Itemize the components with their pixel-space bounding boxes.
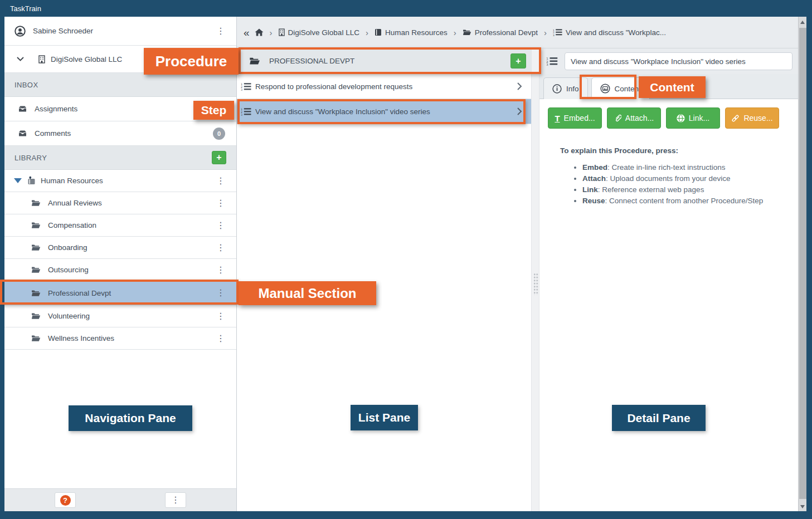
paperclip-icon: [614, 114, 621, 122]
user-menu-icon[interactable]: ⋮: [216, 27, 225, 36]
breadcrumb-item-manual[interactable]: Human Resources: [375, 28, 448, 37]
user-row[interactable]: Sabine Schroeder ⋮: [4, 17, 236, 46]
section-menu-icon[interactable]: ⋮: [216, 266, 225, 275]
user-avatar-icon: [14, 26, 26, 37]
assignments-label: Assignments: [35, 105, 77, 113]
window-scrollbar-thumb[interactable]: [799, 28, 806, 499]
embed-button[interactable]: T Embed...: [548, 107, 602, 129]
window-border-left: [0, 17, 4, 519]
link-button[interactable]: Link...: [666, 107, 720, 129]
scroll-down-icon[interactable]: [800, 505, 805, 508]
breadcrumb-separator: ›: [453, 28, 458, 37]
building-icon: [38, 55, 45, 63]
book-icon: [375, 28, 382, 36]
embed-label: Embed...: [564, 114, 595, 123]
window-scrollbar[interactable]: [798, 17, 806, 511]
window-border-right: [806, 17, 812, 519]
nav-footer-menu-button[interactable]: ⋮: [165, 492, 186, 508]
folder-open-icon: [31, 335, 41, 342]
collapse-nav-icon[interactable]: «: [244, 27, 250, 38]
section-menu-icon[interactable]: ⋮: [216, 199, 225, 208]
folder-open-icon: [463, 29, 471, 36]
add-manual-button[interactable]: +: [212, 151, 226, 164]
annotation-content: Content: [639, 76, 706, 98]
sidebar-item-section[interactable]: Onboarding ⋮: [4, 237, 236, 259]
label-detail-pane: Detail Pane: [612, 405, 706, 431]
help-term: Link: [582, 185, 598, 194]
section-label: Annual Reviews: [48, 199, 102, 207]
annotation-procedure: Procedure: [144, 48, 239, 75]
attach-button[interactable]: Attach...: [607, 107, 661, 129]
numbered-list-icon: 123: [553, 28, 562, 36]
breadcrumb-label: Professional Devpt: [475, 28, 538, 37]
expand-triangle-icon[interactable]: [14, 178, 22, 183]
home-icon[interactable]: [255, 28, 264, 36]
comments-count-badge: 0: [213, 128, 225, 140]
section-menu-icon[interactable]: ⋮: [216, 312, 225, 321]
attach-label: Attach...: [625, 114, 654, 123]
inbox-section-header: INBOX: [4, 73, 236, 97]
help-term: Attach: [582, 174, 606, 183]
comments-label: Comments: [35, 129, 71, 138]
info-icon: [552, 84, 562, 94]
divider-grip-icon: [533, 273, 539, 295]
help-button[interactable]: ?: [55, 492, 76, 508]
breadcrumb-separator: ›: [364, 28, 369, 37]
section-menu-icon[interactable]: ⋮: [216, 221, 225, 230]
library-header-label: LIBRARY: [14, 154, 47, 162]
manual-menu-icon[interactable]: ⋮: [216, 177, 225, 185]
procedure-list-item[interactable]: 123 Respond to professional development …: [237, 74, 531, 99]
help-bullet: Embed: Create in-line rich-text instruct…: [582, 162, 798, 173]
help-desc: : Reference external web pages: [598, 185, 704, 194]
annotation-manual-section: Manual Section: [239, 281, 376, 305]
nav-footer-bar: ? ⋮: [4, 488, 236, 511]
highlight-box-procedure-header: [239, 47, 541, 74]
reuse-button[interactable]: Reuse...: [725, 107, 779, 129]
app-title: TaskTrain: [10, 4, 41, 13]
help-icon: ?: [60, 495, 71, 506]
pane-resize-divider[interactable]: [531, 48, 539, 511]
embed-text-icon: T: [555, 114, 560, 123]
breadcrumb-item-org[interactable]: DigiSolve Global LLC: [279, 28, 359, 37]
sidebar-item-section[interactable]: Wellness Incentives ⋮: [4, 327, 236, 350]
help-desc: : Connect content from another Procedure…: [605, 197, 764, 205]
manual-label: Human Resources: [41, 177, 103, 185]
breadcrumb-item-procedure[interactable]: 123 View and discuss "Workplac...: [553, 28, 666, 37]
content-help-text: To explain this Procedure, press: Embed:…: [560, 146, 798, 207]
numbered-list-icon: 123: [546, 57, 558, 66]
inbox-tray-icon: [18, 130, 27, 137]
svg-text:3: 3: [553, 34, 555, 36]
highlight-box-manual-section-row: [0, 280, 239, 305]
annotation-step: Step: [193, 101, 234, 120]
svg-text:3: 3: [546, 63, 548, 66]
help-bullet: Link: Reference external web pages: [582, 184, 798, 195]
help-term: Reuse: [582, 197, 605, 205]
sidebar-item-section[interactable]: Compensation ⋮: [4, 214, 236, 237]
sidebar-item-manual[interactable]: Human Resources ⋮: [4, 170, 236, 192]
help-desc: : Create in-line rich-text instructions: [607, 163, 726, 172]
section-menu-icon[interactable]: ⋮: [216, 334, 225, 343]
section-label: Wellness Incentives: [48, 334, 114, 342]
title-bar: TaskTrain: [0, 0, 812, 17]
inbox-tray-icon: [18, 105, 27, 112]
inbox-header-label: INBOX: [14, 81, 38, 89]
folder-open-icon: [31, 312, 41, 320]
help-bullet: Reuse: Connect content from another Proc…: [582, 195, 798, 207]
sidebar-item-section[interactable]: Volunteering ⋮: [4, 305, 236, 327]
sidebar-item-comments[interactable]: Comments 0: [4, 121, 236, 146]
svg-text:3: 3: [241, 87, 242, 90]
procedure-title-input[interactable]: [565, 52, 792, 70]
help-bullet: Attach: Upload documents from your devic…: [582, 173, 798, 184]
help-intro: To explain this Procedure, press:: [560, 146, 798, 155]
sidebar-item-section[interactable]: Outsourcing ⋮: [4, 259, 236, 281]
help-term: Embed: [582, 163, 607, 172]
user-name: Sabine Schroeder: [33, 27, 93, 35]
breadcrumb-separator: ›: [269, 28, 274, 37]
link-label: Link...: [689, 114, 709, 123]
breadcrumb-item-section[interactable]: Professional Devpt: [463, 28, 538, 37]
section-label: Compensation: [48, 221, 96, 229]
section-label: Onboarding: [48, 243, 87, 252]
sidebar-item-section[interactable]: Annual Reviews ⋮: [4, 192, 236, 214]
scroll-up-icon[interactable]: [800, 21, 805, 24]
section-menu-icon[interactable]: ⋮: [216, 243, 225, 252]
